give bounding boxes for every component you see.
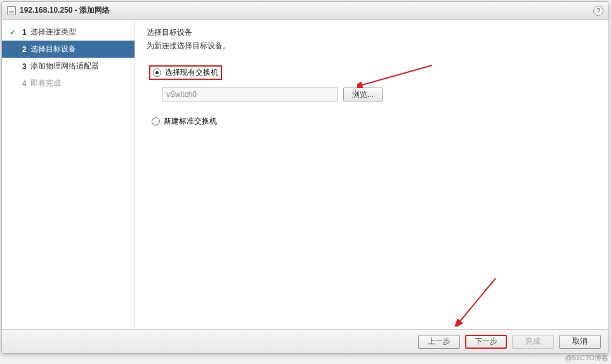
radio-label: 选择现有交换机 <box>165 67 218 78</box>
title-sep: - <box>75 6 79 15</box>
finish-button: 完成 <box>512 335 554 349</box>
browse-button[interactable]: 浏览... <box>343 88 383 101</box>
title-host: 192.168.10.250 <box>20 6 72 15</box>
wizard-main: 选择目标设备 为新连接选择目标设备。 选择现有交换机 浏览... 新建标准交换机 <box>135 20 608 329</box>
radio-new-standard-switch[interactable]: 新建标准交换机 <box>149 114 597 129</box>
section-desc: 为新连接选择目标设备。 <box>147 41 597 51</box>
step-num: 1 <box>22 28 27 37</box>
step-num: 3 <box>22 62 27 71</box>
annotation-arrow-icon <box>357 63 433 88</box>
watermark: @51CTO博客 <box>565 353 608 363</box>
wizard-sidebar: ✓ 1 选择连接类型 2 选择目标设备 3 添加物理网络适配器 4 即将完成 <box>2 20 135 329</box>
host-icon <box>7 6 16 15</box>
wizard-step-connection-type[interactable]: ✓ 1 选择连接类型 <box>2 23 135 41</box>
back-button[interactable]: 上一步 <box>418 335 460 349</box>
radio-icon <box>152 117 160 126</box>
step-label: 选择目标设备 <box>30 44 76 55</box>
section-title: 选择目标设备 <box>147 27 597 38</box>
dialog-body: ✓ 1 选择连接类型 2 选择目标设备 3 添加物理网络适配器 4 即将完成 选… <box>2 20 608 329</box>
switch-input-row: 浏览... <box>162 88 597 101</box>
step-label: 选择连接类型 <box>30 27 76 37</box>
svg-line-0 <box>360 65 432 86</box>
titlebar: 192.168.10.250 - 添加网络 ? <box>2 2 608 20</box>
dialog-footer: 上一步 下一步 完成 取消 <box>2 329 608 353</box>
step-label: 即将完成 <box>30 78 61 89</box>
switch-name-input[interactable] <box>162 88 338 101</box>
cancel-button[interactable]: 取消 <box>559 335 601 349</box>
wizard-step-target-device[interactable]: 2 选择目标设备 <box>2 41 135 58</box>
radio-label: 新建标准交换机 <box>164 116 217 127</box>
next-button[interactable]: 下一步 <box>465 335 507 349</box>
radio-icon <box>153 68 161 77</box>
step-num: 4 <box>22 79 27 88</box>
help-icon[interactable]: ? <box>593 6 603 16</box>
radio-select-existing-switch[interactable]: 选择现有交换机 <box>149 65 222 80</box>
add-network-dialog: 192.168.10.250 - 添加网络 ? ✓ 1 选择连接类型 2 选择目… <box>1 1 609 354</box>
title-action: 添加网络 <box>79 6 110 15</box>
check-icon: ✓ <box>10 28 16 37</box>
wizard-step-ready-complete: 4 即将完成 <box>2 75 135 92</box>
window-title: 192.168.10.250 - 添加网络 <box>20 5 593 16</box>
step-num: 2 <box>22 45 27 54</box>
wizard-step-add-adapter[interactable]: 3 添加物理网络适配器 <box>2 58 135 75</box>
step-label: 添加物理网络适配器 <box>30 61 99 72</box>
